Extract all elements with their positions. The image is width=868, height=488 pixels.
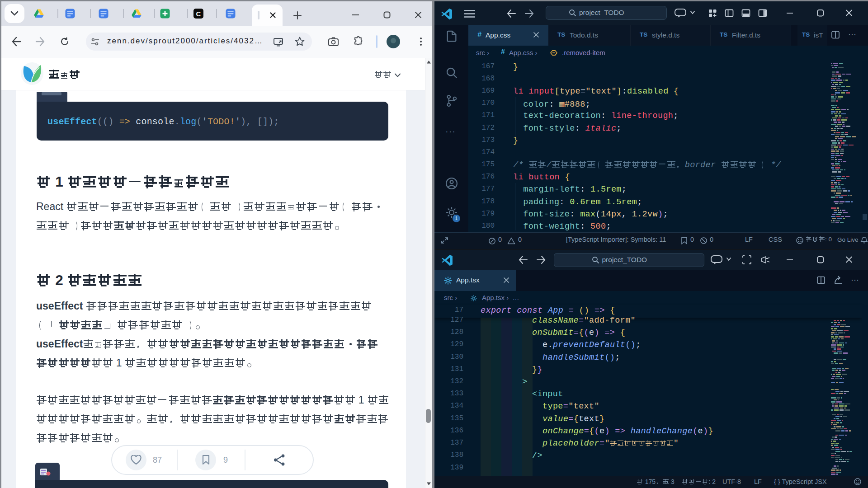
svg-text:C: C (196, 10, 201, 18)
